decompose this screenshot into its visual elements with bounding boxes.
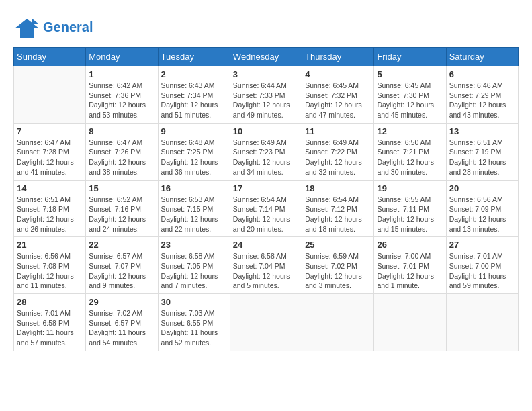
day-number: 20 (449, 183, 515, 193)
calendar-cell: 19Sunrise: 6:55 AM Sunset: 7:11 PM Dayli… (374, 180, 446, 237)
calendar-cell (14, 66, 86, 124)
day-info: Sunrise: 6:58 AM Sunset: 7:05 PM Dayligh… (161, 251, 227, 291)
day-number: 22 (89, 240, 154, 250)
calendar-cell: 28Sunrise: 7:01 AM Sunset: 6:58 PM Dayli… (14, 294, 86, 351)
page-header: General (13, 13, 519, 40)
day-number: 29 (89, 297, 154, 307)
calendar-cell (230, 294, 302, 351)
calendar-cell: 15Sunrise: 6:52 AM Sunset: 7:16 PM Dayli… (86, 180, 158, 237)
calendar-cell: 7Sunrise: 6:47 AM Sunset: 7:28 PM Daylig… (14, 123, 86, 180)
day-number: 2 (161, 69, 227, 79)
weekday-monday: Monday (86, 48, 158, 66)
calendar-week-row: 28Sunrise: 7:01 AM Sunset: 6:58 PM Dayli… (14, 294, 519, 351)
calendar-week-row: 7Sunrise: 6:47 AM Sunset: 7:28 PM Daylig… (14, 123, 519, 180)
day-info: Sunrise: 6:55 AM Sunset: 7:11 PM Dayligh… (377, 195, 443, 234)
day-info: Sunrise: 6:46 AM Sunset: 7:29 PM Dayligh… (449, 81, 515, 120)
day-number: 16 (161, 183, 227, 193)
calendar-cell: 12Sunrise: 6:50 AM Sunset: 7:21 PM Dayli… (374, 123, 446, 180)
day-number: 25 (305, 240, 371, 250)
day-number: 4 (305, 69, 371, 79)
day-number: 13 (449, 126, 515, 136)
day-number: 8 (89, 126, 154, 136)
weekday-wednesday: Wednesday (230, 48, 302, 66)
day-number: 30 (161, 297, 227, 307)
day-info: Sunrise: 6:51 AM Sunset: 7:19 PM Dayligh… (449, 138, 515, 177)
logo-text: General (43, 19, 93, 34)
day-number: 14 (17, 183, 83, 193)
day-number: 23 (161, 240, 227, 250)
day-info: Sunrise: 7:01 AM Sunset: 6:58 PM Dayligh… (17, 308, 83, 348)
day-info: Sunrise: 6:43 AM Sunset: 7:34 PM Dayligh… (161, 81, 227, 120)
day-info: Sunrise: 7:03 AM Sunset: 6:55 PM Dayligh… (161, 308, 227, 348)
day-info: Sunrise: 6:58 AM Sunset: 7:04 PM Dayligh… (233, 251, 299, 291)
day-number: 12 (377, 126, 443, 136)
calendar-cell (302, 294, 374, 351)
day-info: Sunrise: 6:56 AM Sunset: 7:09 PM Dayligh… (449, 195, 515, 234)
day-info: Sunrise: 6:54 AM Sunset: 7:12 PM Dayligh… (305, 195, 371, 234)
calendar-cell (446, 294, 518, 351)
day-info: Sunrise: 6:56 AM Sunset: 7:08 PM Dayligh… (17, 251, 83, 291)
weekday-saturday: Saturday (446, 48, 518, 66)
calendar-cell: 14Sunrise: 6:51 AM Sunset: 7:18 PM Dayli… (14, 180, 86, 237)
calendar-week-row: 14Sunrise: 6:51 AM Sunset: 7:18 PM Dayli… (14, 180, 519, 237)
calendar-cell: 2Sunrise: 6:43 AM Sunset: 7:34 PM Daylig… (158, 66, 230, 124)
calendar-cell: 3Sunrise: 6:44 AM Sunset: 7:33 PM Daylig… (230, 66, 302, 124)
calendar-cell: 18Sunrise: 6:54 AM Sunset: 7:12 PM Dayli… (302, 180, 374, 237)
calendar-body: 1Sunrise: 6:42 AM Sunset: 7:36 PM Daylig… (14, 66, 519, 351)
day-info: Sunrise: 7:01 AM Sunset: 7:00 PM Dayligh… (449, 251, 515, 291)
day-info: Sunrise: 6:50 AM Sunset: 7:21 PM Dayligh… (377, 138, 443, 177)
day-info: Sunrise: 6:45 AM Sunset: 7:32 PM Dayligh… (305, 81, 371, 120)
calendar-cell (374, 294, 446, 351)
day-info: Sunrise: 6:57 AM Sunset: 7:07 PM Dayligh… (89, 251, 154, 291)
calendar-week-row: 1Sunrise: 6:42 AM Sunset: 7:36 PM Daylig… (14, 66, 519, 124)
calendar-table: SundayMondayTuesdayWednesdayThursdayFrid… (13, 47, 519, 351)
day-number: 10 (233, 126, 299, 136)
day-number: 19 (377, 183, 443, 193)
day-info: Sunrise: 6:59 AM Sunset: 7:02 PM Dayligh… (305, 251, 371, 291)
calendar-cell: 29Sunrise: 7:02 AM Sunset: 6:57 PM Dayli… (86, 294, 158, 351)
day-number: 15 (89, 183, 154, 193)
calendar-cell: 27Sunrise: 7:01 AM Sunset: 7:00 PM Dayli… (446, 237, 518, 294)
calendar-cell: 25Sunrise: 6:59 AM Sunset: 7:02 PM Dayli… (302, 237, 374, 294)
calendar-cell: 6Sunrise: 6:46 AM Sunset: 7:29 PM Daylig… (446, 66, 518, 124)
day-number: 3 (233, 69, 299, 79)
logo-icon (13, 13, 40, 40)
calendar-cell: 13Sunrise: 6:51 AM Sunset: 7:19 PM Dayli… (446, 123, 518, 180)
calendar-cell: 23Sunrise: 6:58 AM Sunset: 7:05 PM Dayli… (158, 237, 230, 294)
calendar-header: SundayMondayTuesdayWednesdayThursdayFrid… (14, 48, 519, 66)
calendar-cell: 5Sunrise: 6:45 AM Sunset: 7:30 PM Daylig… (374, 66, 446, 124)
calendar-cell: 21Sunrise: 6:56 AM Sunset: 7:08 PM Dayli… (14, 237, 86, 294)
day-number: 6 (449, 69, 515, 79)
day-info: Sunrise: 7:00 AM Sunset: 7:01 PM Dayligh… (377, 251, 443, 291)
day-number: 21 (17, 240, 83, 250)
day-number: 18 (305, 183, 371, 193)
day-number: 24 (233, 240, 299, 250)
weekday-friday: Friday (374, 48, 446, 66)
calendar-cell: 4Sunrise: 6:45 AM Sunset: 7:32 PM Daylig… (302, 66, 374, 124)
calendar-week-row: 21Sunrise: 6:56 AM Sunset: 7:08 PM Dayli… (14, 237, 519, 294)
day-info: Sunrise: 6:45 AM Sunset: 7:30 PM Dayligh… (377, 81, 443, 120)
day-number: 26 (377, 240, 443, 250)
day-info: Sunrise: 6:52 AM Sunset: 7:16 PM Dayligh… (89, 195, 154, 234)
weekday-header-row: SundayMondayTuesdayWednesdayThursdayFrid… (14, 48, 519, 66)
day-info: Sunrise: 6:47 AM Sunset: 7:26 PM Dayligh… (89, 138, 154, 177)
calendar-cell: 22Sunrise: 6:57 AM Sunset: 7:07 PM Dayli… (86, 237, 158, 294)
calendar-cell: 10Sunrise: 6:49 AM Sunset: 7:23 PM Dayli… (230, 123, 302, 180)
day-info: Sunrise: 6:51 AM Sunset: 7:18 PM Dayligh… (17, 195, 83, 234)
calendar-cell: 1Sunrise: 6:42 AM Sunset: 7:36 PM Daylig… (86, 66, 158, 124)
calendar-cell: 17Sunrise: 6:54 AM Sunset: 7:14 PM Dayli… (230, 180, 302, 237)
logo: General (13, 13, 93, 40)
day-info: Sunrise: 6:47 AM Sunset: 7:28 PM Dayligh… (17, 138, 83, 177)
calendar-cell: 30Sunrise: 7:03 AM Sunset: 6:55 PM Dayli… (158, 294, 230, 351)
day-number: 17 (233, 183, 299, 193)
calendar-cell: 20Sunrise: 6:56 AM Sunset: 7:09 PM Dayli… (446, 180, 518, 237)
calendar-cell: 11Sunrise: 6:49 AM Sunset: 7:22 PM Dayli… (302, 123, 374, 180)
day-info: Sunrise: 6:53 AM Sunset: 7:15 PM Dayligh… (161, 195, 227, 234)
day-info: Sunrise: 7:02 AM Sunset: 6:57 PM Dayligh… (89, 308, 154, 348)
calendar-cell: 16Sunrise: 6:53 AM Sunset: 7:15 PM Dayli… (158, 180, 230, 237)
weekday-sunday: Sunday (14, 48, 86, 66)
calendar-cell: 26Sunrise: 7:00 AM Sunset: 7:01 PM Dayli… (374, 237, 446, 294)
day-info: Sunrise: 6:49 AM Sunset: 7:23 PM Dayligh… (233, 138, 299, 177)
calendar-cell: 24Sunrise: 6:58 AM Sunset: 7:04 PM Dayli… (230, 237, 302, 294)
day-info: Sunrise: 6:48 AM Sunset: 7:25 PM Dayligh… (161, 138, 227, 177)
